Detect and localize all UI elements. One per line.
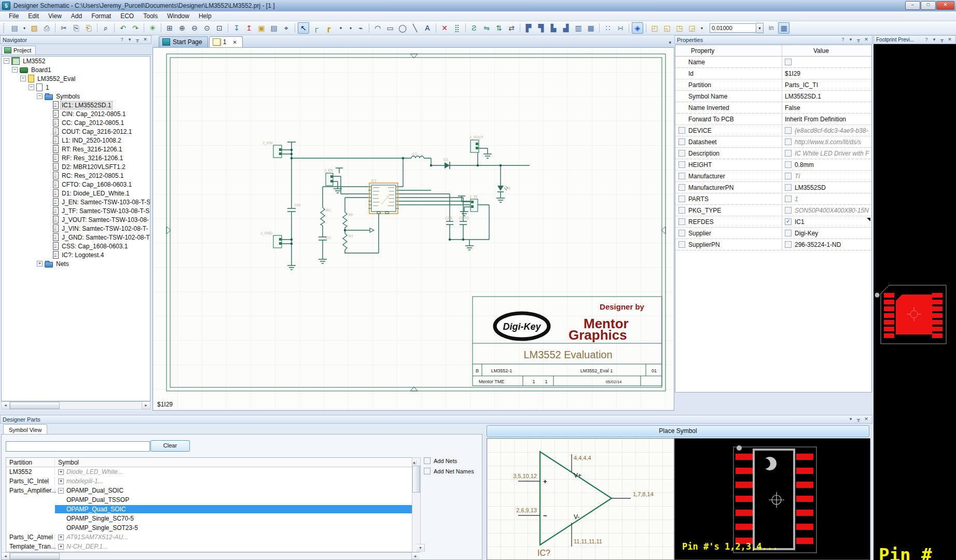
tree-item[interactable]: D2: MBR120VLSFT1.2 [2, 162, 150, 171]
property-value[interactable]: LM3552SD.1 [785, 93, 821, 100]
toolbar-button[interactable] [161, 23, 161, 33]
add-junction-icon[interactable]: • [335, 22, 347, 34]
property-value[interactable]: IC White LED Driver with F [795, 150, 869, 157]
menu-item[interactable]: ECO [116, 11, 138, 21]
tree-item[interactable]: CSS: Cap_1608-0603.1 [2, 242, 150, 250]
parts-expander-icon[interactable]: + [58, 544, 64, 550]
delete-icon[interactable]: ✕ [439, 22, 450, 34]
scroll-left-icon[interactable]: ◄ [2, 402, 10, 409]
tree-expander-icon[interactable]: − [4, 58, 9, 64]
redo-icon[interactable]: ↷ [130, 22, 141, 34]
add-pin-icon[interactable]: ⌁ [355, 22, 366, 34]
parts-row[interactable]: Template_Tran... + N-CH_DEP.1... [6, 542, 412, 551]
footprint-close-icon[interactable]: ✕ [946, 36, 953, 43]
new-document-icon[interactable]: ▤ [9, 22, 20, 34]
toolbar-button[interactable] [465, 23, 466, 33]
parts-expander-icon[interactable]: + [58, 535, 64, 540]
footprint-preview-view[interactable]: Pin # [874, 44, 956, 560]
property-row[interactable]: Supplier Digi-Key [675, 228, 871, 239]
align-bottom-icon[interactable]: ▦ [585, 22, 597, 34]
tree-item[interactable]: − Board1 [2, 65, 150, 74]
mirror-vertical-icon[interactable]: ⇅ [493, 22, 505, 34]
designer-parts-pin-icon[interactable]: ╥ [855, 416, 862, 423]
property-row[interactable]: Manufacturer TI [675, 171, 871, 182]
tab-sheet-1[interactable]: 1 ✕ [209, 36, 243, 47]
parts-expander-icon[interactable]: + [58, 479, 64, 484]
fit-view-icon[interactable]: ⊞ [164, 22, 175, 34]
select-icon[interactable]: ↖ [298, 22, 309, 34]
column-partition[interactable]: Partition [6, 459, 55, 466]
add-wire-icon[interactable]: ┌ [310, 22, 322, 34]
scroll-up-icon[interactable]: ▲ [412, 460, 417, 465]
parts-expander-icon[interactable]: − [58, 488, 64, 494]
parts-expander-icon[interactable]: + [58, 469, 64, 475]
property-value[interactable]: TI [795, 173, 800, 180]
property-value[interactable]: Inherit From Definition [785, 116, 846, 123]
property-name-checkbox[interactable] [678, 184, 685, 191]
toolbar-button[interactable] [144, 23, 144, 33]
navigator-close-icon[interactable]: ✕ [142, 36, 149, 43]
toolbar-button[interactable] [97, 23, 98, 33]
copy-attributes-icon[interactable]: ◰ [649, 22, 660, 34]
tab-close-icon[interactable]: ✕ [232, 39, 237, 45]
property-row[interactable]: DEVICE {e8acd8cf-6dc3-4ae9-b38- [675, 125, 871, 136]
tree-item[interactable]: IC1: LM3552SD.1 [2, 101, 150, 109]
scroll-thumb[interactable] [412, 466, 420, 493]
property-value[interactable]: Digi-Key [795, 230, 818, 237]
property-value-checkbox[interactable] [785, 195, 792, 202]
tree-item[interactable]: J_GND: Samtec-TSW-102-08-T [2, 233, 150, 242]
swap-icon[interactable]: ⇄ [506, 22, 517, 34]
tree-expander-icon[interactable]: + [37, 261, 43, 267]
property-value-checkbox[interactable] [785, 241, 792, 248]
tree-expander-icon[interactable]: − [37, 93, 43, 99]
property-value[interactable]: {e8acd8cf-6dc3-4ae9-b38- [795, 127, 868, 134]
place-symbol-button[interactable]: Place Symbol [487, 425, 869, 437]
scroll-down-icon[interactable]: ▼ [417, 544, 425, 552]
property-value-checkbox[interactable] [785, 207, 792, 214]
footprint-help-icon[interactable]: ? [923, 36, 930, 43]
parts-row[interactable]: LM3552 + Diode_LED_White... [6, 467, 412, 477]
edit-symbol-icon[interactable]: ▣ [256, 22, 267, 34]
menu-item[interactable]: Tools [138, 11, 162, 21]
property-value[interactable]: 0.8mm [795, 161, 814, 169]
tab-start-page[interactable]: Start Page [159, 36, 208, 47]
cut-icon[interactable]: ✂ [58, 22, 70, 34]
menu-item[interactable]: Add [66, 11, 87, 21]
property-name-checkbox[interactable] [678, 230, 685, 236]
scroll-right-icon[interactable]: ► [411, 553, 420, 559]
property-value[interactable]: http://www.ti.com/lit/ds/s [795, 138, 861, 146]
toolbar-button[interactable] [629, 23, 629, 33]
toolbar-button[interactable] [228, 23, 228, 33]
tree-item[interactable]: RC: Res_2012-0805.1 [2, 171, 150, 180]
designer-parts-menu-icon[interactable]: ▾ [847, 416, 854, 423]
menu-item[interactable]: File [4, 11, 23, 21]
property-value[interactable]: LM3552SD [795, 184, 826, 191]
parts-row[interactable]: Parts_IC_Atmel + AT91SAM7X512-AU... [6, 533, 412, 542]
property-value-checkbox[interactable] [785, 127, 792, 134]
properties-close-icon[interactable]: ✕ [863, 36, 870, 43]
parts-row[interactable]: OPAMP_Single_SOT23-5 [6, 523, 412, 533]
property-row[interactable]: SupplierPN 296-35224-1-ND [675, 239, 871, 250]
tree-item[interactable]: CFTO: Cap_1608-0603.1 [2, 180, 150, 189]
parts-hscrollbar[interactable]: ◄ ► [2, 552, 420, 559]
parts-row[interactable]: Parts_Amplifier... − OPAMP_Dual_SOIC [6, 486, 412, 495]
scroll-right-icon[interactable]: ► [142, 402, 150, 409]
designer-parts-close-icon[interactable]: ✕ [863, 416, 870, 423]
tree-expander-icon[interactable]: − [29, 85, 34, 90]
property-name-checkbox[interactable] [678, 127, 685, 134]
wire-dropdown-icon[interactable]: ▾ [348, 22, 354, 34]
line-icon[interactable]: ╲ [409, 22, 421, 34]
clear-button[interactable]: Clear [150, 440, 190, 452]
tree-item[interactable]: D1: Diode_LED_White.1 [2, 189, 150, 198]
tree-item[interactable]: − LM3552 [2, 57, 150, 65]
tree-item[interactable]: J_VIN: Samtec-TSW-102-08-T- [2, 224, 150, 233]
scroll-thumb[interactable] [10, 402, 60, 409]
pop-out-icon[interactable]: ↥ [243, 22, 255, 34]
schematic-canvas[interactable]: J_VIN J_GND CIN RC CC RF RT L1 D2 D1 CSS… [153, 47, 674, 411]
push-into-icon[interactable]: ↧ [231, 22, 242, 34]
property-row[interactable]: ManufacturerPN LM3552SD [675, 182, 871, 193]
tree-item[interactable]: RT: Res_3216-1206.1 [2, 145, 150, 153]
property-value[interactable]: Parts_IC_TI [785, 81, 818, 89]
property-row[interactable]: PKG_TYPE SON50P400X400X80-15N [675, 205, 871, 216]
property-value-checkbox[interactable] [785, 59, 792, 65]
